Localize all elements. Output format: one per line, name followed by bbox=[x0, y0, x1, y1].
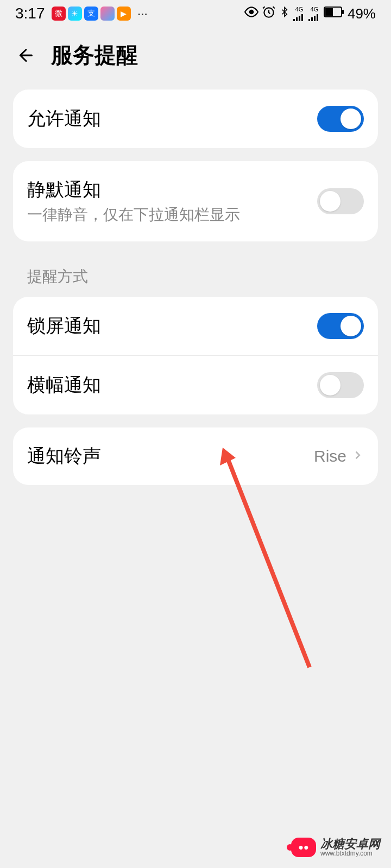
row-ringtone[interactable]: 通知铃声 Rise bbox=[13, 427, 378, 485]
banner-toggle[interactable] bbox=[317, 372, 364, 398]
svg-rect-11 bbox=[325, 8, 333, 16]
page-header: 服务提醒 bbox=[0, 27, 391, 90]
allow-notifications-label: 允许通知 bbox=[27, 106, 317, 131]
silent-notifications-toggle[interactable] bbox=[317, 188, 364, 214]
svg-line-13 bbox=[227, 457, 310, 667]
status-bar: 3:17 微 ☀ 支 ▶ ··· 4G 4G 49% bbox=[0, 0, 391, 27]
signal-4g-2-icon: 4G bbox=[308, 7, 320, 21]
watermark-url: www.btxtdmy.com bbox=[320, 850, 380, 857]
svg-rect-12 bbox=[342, 10, 344, 14]
row-allow-notifications[interactable]: 允许通知 bbox=[13, 90, 378, 148]
ringtone-label: 通知铃声 bbox=[27, 444, 314, 469]
alipay-icon: 支 bbox=[84, 7, 98, 21]
status-right: 4G 4G 49% bbox=[244, 5, 376, 22]
battery-icon bbox=[324, 7, 344, 21]
svg-point-0 bbox=[250, 10, 254, 14]
weibo-icon: 微 bbox=[52, 7, 66, 21]
card-basic-settings: 允许通知 bbox=[13, 90, 378, 148]
bluetooth-icon bbox=[279, 5, 290, 22]
lock-screen-label: 锁屏通知 bbox=[27, 314, 317, 339]
row-banner[interactable]: 横幅通知 bbox=[13, 355, 378, 414]
watermark: ●● 冰糖安卓网 www.btxtdmy.com bbox=[291, 838, 380, 857]
section-alert-method: 提醒方式 bbox=[0, 254, 391, 297]
battery-percent: 49% bbox=[348, 5, 376, 22]
alarm-icon bbox=[262, 5, 276, 22]
status-app-icons: 微 ☀ 支 ▶ bbox=[52, 7, 131, 21]
svg-rect-2 bbox=[293, 19, 295, 21]
banner-label: 横幅通知 bbox=[27, 373, 317, 398]
status-left: 3:17 微 ☀ 支 ▶ ··· bbox=[15, 5, 147, 22]
watermark-title: 冰糖安卓网 bbox=[320, 838, 380, 850]
ringtone-value: Rise bbox=[314, 447, 346, 465]
svg-rect-9 bbox=[317, 14, 318, 21]
status-time: 3:17 bbox=[15, 5, 45, 22]
page-title: 服务提醒 bbox=[51, 40, 138, 70]
allow-notifications-toggle[interactable] bbox=[317, 106, 364, 132]
watermark-logo-icon: ●● bbox=[291, 838, 316, 857]
row-silent-notifications[interactable]: 静默通知 一律静音，仅在下拉通知栏显示 bbox=[13, 161, 378, 241]
silent-notifications-sublabel: 一律静音，仅在下拉通知栏显示 bbox=[27, 205, 317, 225]
card-silent-notifications: 静默通知 一律静音，仅在下拉通知栏显示 bbox=[13, 161, 378, 241]
svg-rect-3 bbox=[296, 17, 298, 21]
card-alert-methods: 锁屏通知 横幅通知 bbox=[13, 297, 378, 414]
video-icon: ▶ bbox=[117, 7, 131, 21]
signal-4g-1-icon: 4G bbox=[293, 7, 305, 21]
more-dots: ··· bbox=[137, 5, 148, 22]
chevron-right-icon bbox=[352, 447, 364, 465]
app-icon-4 bbox=[100, 7, 115, 21]
svg-rect-6 bbox=[308, 19, 310, 21]
row-lock-screen[interactable]: 锁屏通知 bbox=[13, 297, 378, 355]
card-ringtone: 通知铃声 Rise bbox=[13, 427, 378, 485]
silent-notifications-label: 静默通知 bbox=[27, 177, 317, 202]
svg-rect-5 bbox=[301, 14, 303, 21]
lock-screen-toggle[interactable] bbox=[317, 313, 364, 339]
back-button[interactable] bbox=[15, 44, 37, 66]
weather-icon: ☀ bbox=[68, 7, 82, 21]
svg-rect-4 bbox=[299, 16, 300, 21]
svg-rect-8 bbox=[314, 16, 316, 21]
svg-rect-7 bbox=[311, 17, 313, 21]
eye-icon bbox=[244, 5, 258, 22]
